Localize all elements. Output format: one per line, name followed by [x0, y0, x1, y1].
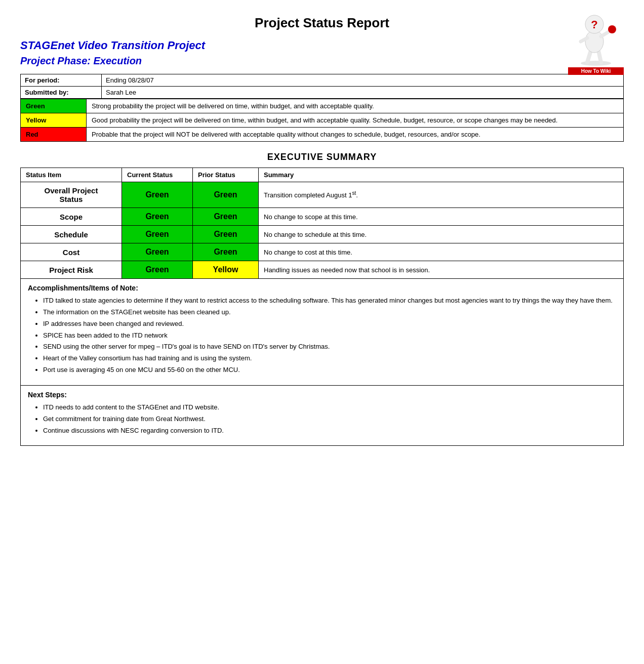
table-row: Cost Green Green No change to cost at th…	[21, 243, 624, 261]
row-cost-label: Cost	[21, 243, 122, 261]
table-row: Overall ProjectStatus Green Green Transi…	[21, 182, 624, 208]
legend-green-text: Strong probability the project will be d…	[87, 99, 624, 113]
next-steps-section: Next Steps: ITD needs to add content to …	[20, 386, 624, 446]
row-scope-label: Scope	[21, 208, 122, 226]
row-schedule-prior: Green	[193, 226, 259, 243]
accomplishments-title: Accomplishments/Items of Note:	[28, 284, 616, 292]
list-item: SEND using the other server for mpeg – I…	[43, 342, 616, 352]
list-item: Port use is averaging 45 on one MCU and …	[43, 365, 616, 375]
col-current-status: Current Status	[122, 168, 193, 182]
for-period-value: Ending 08/28/07	[102, 74, 624, 87]
submitted-by-value: Sarah Lee	[102, 87, 624, 99]
col-status-item: Status Item	[21, 168, 122, 182]
row-cost-summary: No change to cost at this time.	[259, 243, 624, 261]
row-scope-summary: No change to scope at this time.	[259, 208, 624, 226]
status-table: Status Item Current Status Prior Status …	[20, 168, 624, 279]
svg-line-1	[587, 51, 591, 62]
legend-yellow-text: Good probability the project will be del…	[87, 113, 624, 128]
row-scope-prior: Green	[193, 208, 259, 226]
row-overall-current: Green	[122, 182, 193, 208]
svg-point-0	[581, 61, 611, 66]
list-item: Heart of the Valley consortium has had t…	[43, 354, 616, 363]
table-row: Project Risk Green Yellow Handling issue…	[21, 261, 624, 279]
row-schedule-summary: No change to schedule at this time.	[259, 226, 624, 243]
legend-red-label: Red	[21, 128, 87, 142]
page-title: Project Status Report	[20, 15, 624, 31]
list-item: IP addresses have been changed and revie…	[43, 319, 616, 329]
svg-text:?: ?	[591, 18, 597, 31]
svg-line-2	[598, 51, 601, 62]
svg-point-9	[608, 25, 616, 33]
row-risk-label: Project Risk	[21, 261, 122, 279]
list-item: ITD talked to state agencies to determin…	[43, 296, 616, 306]
list-item: SPICE has been added to the ITD network	[43, 331, 616, 341]
col-prior-status: Prior Status	[193, 168, 259, 182]
row-risk-current: Green	[122, 261, 193, 279]
project-phase: Project Phase: Execution	[20, 55, 624, 67]
for-period-label: For period:	[21, 74, 102, 87]
legend-yellow-label: Yellow	[21, 113, 87, 128]
list-item: Continue discussions with NESC regarding…	[43, 426, 616, 436]
next-steps-title: Next Steps:	[28, 391, 616, 399]
accomplishments-section: Accomplishments/Items of Note: ITD talke…	[20, 279, 624, 386]
legend-table: Green Strong probability the project wil…	[20, 99, 624, 142]
legend-red-text: Probable that the project will NOT be de…	[87, 128, 624, 142]
list-item: ITD needs to add content to the STAGEnet…	[43, 403, 616, 412]
project-title: STAGEnet Video Transition Project	[20, 39, 624, 52]
svg-point-3	[585, 30, 603, 53]
table-row: Scope Green Green No change to scope at …	[21, 208, 624, 226]
col-summary: Summary	[259, 168, 624, 182]
row-overall-prior: Green	[193, 182, 259, 208]
row-schedule-label: Schedule	[21, 226, 122, 243]
list-item: The information on the STAGEnet website …	[43, 308, 616, 317]
legend-green-label: Green	[21, 99, 87, 113]
row-schedule-current: Green	[122, 226, 193, 243]
row-overall-label: Overall ProjectStatus	[21, 182, 122, 208]
exec-summary-title: EXECUTIVE SUMMARY	[20, 152, 624, 162]
row-risk-summary: Handling issues as needed now that schoo…	[259, 261, 624, 279]
row-overall-summary: Transition completed August 1st.	[259, 182, 624, 208]
table-row: Schedule Green Green No change to schedu…	[21, 226, 624, 243]
row-risk-prior: Yellow	[193, 261, 259, 279]
info-table: For period: Ending 08/28/07 Submitted by…	[20, 74, 624, 99]
row-cost-prior: Green	[193, 243, 259, 261]
list-item: Get commitment for training date from Gr…	[43, 414, 616, 424]
row-scope-current: Green	[122, 208, 193, 226]
accomplishments-list: ITD talked to state agencies to determin…	[43, 296, 616, 375]
how-to-widget: ? How To Wiki	[568, 5, 624, 75]
next-steps-list: ITD needs to add content to the STAGEnet…	[43, 403, 616, 436]
how-to-label: How To Wiki	[568, 67, 624, 75]
submitted-by-label: Submitted by:	[21, 87, 102, 99]
row-cost-current: Green	[122, 243, 193, 261]
